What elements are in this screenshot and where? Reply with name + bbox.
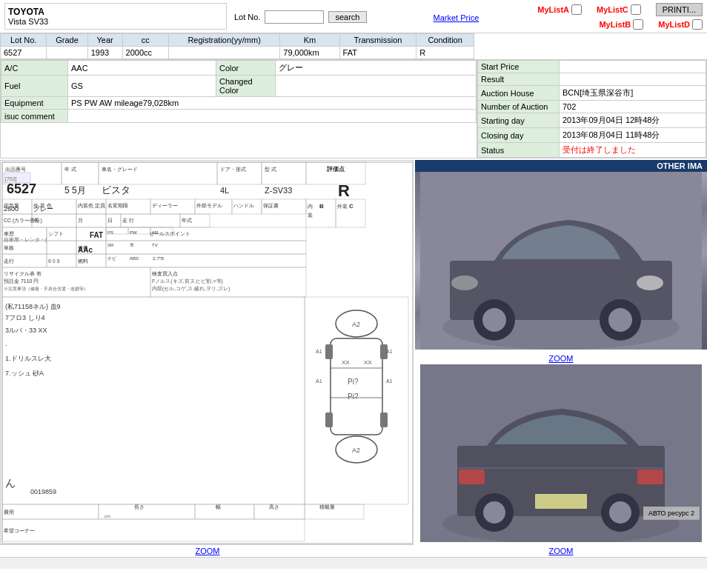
svg-rect-158 xyxy=(535,494,587,509)
svg-text:シフト: シフト xyxy=(48,231,64,236)
svg-text:7.ッシュ 砂A: 7.ッシュ 砂A xyxy=(5,370,44,377)
svg-text:3ルバ・33 XX: 3ルバ・33 XX xyxy=(5,327,47,334)
svg-text:ビスタ: ビスタ xyxy=(102,184,130,196)
photos-panel: OTHER IMA xyxy=(415,160,707,557)
car-title-block: TOYOTA Vista SV33 xyxy=(4,3,227,30)
svg-text:内: 内 xyxy=(308,204,313,209)
svg-text:外部モデル: 外部モデル xyxy=(196,203,222,208)
svg-text:保証書: 保証書 xyxy=(263,203,279,208)
svg-text:ナビ: ナビ xyxy=(107,256,117,261)
svg-text:積載量: 積載量 xyxy=(319,504,335,510)
isuc-value xyxy=(68,110,477,123)
print-button[interactable]: PRINTI... xyxy=(656,3,703,16)
transmission: FAT xyxy=(339,47,416,59)
svg-text:6527: 6527 xyxy=(7,181,36,196)
svg-text:預託金  7110 円: 預託金 7110 円 xyxy=(4,278,39,284)
changed-color-value xyxy=(276,76,477,97)
mylistD-checkbox[interactable] xyxy=(692,19,703,30)
svg-rect-116 xyxy=(325,344,333,359)
photo2-zoom-link[interactable]: ZOOM xyxy=(415,545,707,557)
auction-table: Start Price Result Auction House BCN[埼玉県… xyxy=(477,60,706,158)
svg-text:cm: cm xyxy=(104,514,110,518)
svg-text:R: R xyxy=(338,181,350,200)
svg-text:検査買入点: 検査買入点 xyxy=(152,271,178,277)
svg-text:C: C xyxy=(349,203,354,210)
svg-text:高さ: 高さ xyxy=(269,504,279,510)
mylistB-checkbox[interactable] xyxy=(633,19,643,30)
svg-text:PS: PS xyxy=(107,230,113,235)
svg-point-149 xyxy=(482,308,506,332)
mylistC-label: MyListC xyxy=(597,5,628,14)
svg-rect-118 xyxy=(325,412,333,427)
inspection-sheet-panel: 出品番号 年 式 車名・グレード ドア・形式 型 式 評価点 [702] 652… xyxy=(0,160,415,557)
mylistA-checkbox[interactable] xyxy=(571,4,582,15)
svg-rect-157 xyxy=(637,470,663,484)
svg-point-160 xyxy=(483,501,505,524)
details-table: A/C AAC Color グレー Fuel GS Changed Color … xyxy=(1,60,477,123)
svg-text:A1: A1 xyxy=(386,349,393,354)
svg-text:燃料: 燃料 xyxy=(78,258,88,264)
watermark: АВТО ресурс 2 xyxy=(643,507,700,520)
auction-house-value: BCN[埼玉県深谷市] xyxy=(560,86,706,101)
svg-text:ドア・形式: ドア・形式 xyxy=(220,167,246,173)
svg-text:(私71158ネル) 血9: (私71158ネル) 血9 xyxy=(5,303,61,310)
number-of-auction-value: 702 xyxy=(560,101,706,113)
svg-text:ん: ん xyxy=(5,477,16,489)
sheet-image-container: 出品番号 年 式 車名・グレード ドア・形式 型 式 評価点 [702] 652… xyxy=(0,160,414,545)
svg-text:エアB: エアB xyxy=(152,256,164,261)
closing-day-value: 2013年08月04日 11時48分 xyxy=(560,128,706,143)
year: 1993 xyxy=(87,47,122,59)
svg-text:Fノルス(キズ,前ヌ,ヒビ割,×等): Fノルス(キズ,前ヌ,ヒビ割,×等) xyxy=(152,278,223,284)
svg-text:年 式: 年 式 xyxy=(64,167,76,172)
svg-text:Pi?: Pi? xyxy=(348,392,359,401)
mylistA-label: MyListA xyxy=(537,5,569,14)
ac-value: AAC xyxy=(68,61,216,76)
lot-input[interactable] xyxy=(265,10,324,24)
result-label: Result xyxy=(478,73,560,86)
car-model: Vista SV33 xyxy=(8,17,223,26)
svg-text:XX: XX xyxy=(364,359,372,366)
svg-text:※注意事項（修復・不具合含需・改廻等）: ※注意事項（修復・不具合含需・改廻等） xyxy=(4,286,88,292)
svg-text:1.ドリルスレ大: 1.ドリルスレ大 xyxy=(5,355,51,362)
photo1-zoom-link[interactable]: ZOOM xyxy=(415,353,707,364)
number-of-auction-label: Number of Auction xyxy=(478,101,560,113)
svg-text:型 式: 型 式 xyxy=(265,167,276,172)
search-button[interactable]: search xyxy=(328,11,366,23)
svg-point-162 xyxy=(609,501,631,524)
registration xyxy=(168,47,279,59)
svg-text:AAc: AAc xyxy=(78,246,93,254)
svg-text:ABS: ABS xyxy=(130,256,139,261)
svg-text:自家用・レンタ・(: 自家用・レンタ・( xyxy=(4,237,47,243)
svg-text:8 0  8: 8 0 8 xyxy=(48,258,60,264)
svg-text:評価点: 評価点 xyxy=(327,165,345,173)
svg-text:4L: 4L xyxy=(220,186,229,195)
svg-text:内部(セル,コゲ,ス,破れ,ヲリ,ズレ): 内部(セル,コゲ,ス,破れ,ヲリ,ズレ) xyxy=(152,286,230,292)
lot-number: 6527 xyxy=(1,47,47,59)
svg-text:AR: AR xyxy=(152,230,159,235)
status-label: Status xyxy=(478,143,560,158)
fuel-label: Fuel xyxy=(1,76,68,97)
svg-text:ディーラー: ディーラー xyxy=(152,203,178,208)
svg-text:月: 月 xyxy=(78,218,83,223)
svg-text:単板: 単板 xyxy=(4,245,14,250)
svg-text:SR: SR xyxy=(107,243,114,247)
market-price-link[interactable]: Market Price xyxy=(434,13,479,22)
status-bar xyxy=(0,557,707,569)
svg-text:外装: 外装 xyxy=(337,204,348,209)
sheet-zoom-link[interactable]: ZOOM xyxy=(0,545,415,557)
svg-text:リサイクル券 有: リサイクル券 有 xyxy=(4,271,42,277)
lot-info-table: Lot No. Grade Year cc Registration(yy/mm… xyxy=(0,33,474,59)
svg-text:A1: A1 xyxy=(316,378,322,384)
svg-text:名変期限: 名変期限 xyxy=(107,203,128,208)
svg-text:幅: 幅 xyxy=(216,504,221,510)
mylistC-checkbox[interactable] xyxy=(631,4,641,15)
condition: R xyxy=(416,47,474,59)
changed-color-label: Changed Color xyxy=(216,76,276,97)
svg-rect-156 xyxy=(459,470,485,484)
inspection-sheet-svg: 出品番号 年 式 車名・グレード ドア・形式 型 式 評価点 [702] 652… xyxy=(1,161,414,545)
equipment-value: PS PW AW mileage79,028km xyxy=(68,97,477,110)
mylistD-label: MyListD xyxy=(658,20,690,29)
svg-text:A2: A2 xyxy=(352,321,360,328)
svg-text:5  5月: 5 5月 xyxy=(64,185,86,196)
svg-rect-119 xyxy=(380,412,388,427)
